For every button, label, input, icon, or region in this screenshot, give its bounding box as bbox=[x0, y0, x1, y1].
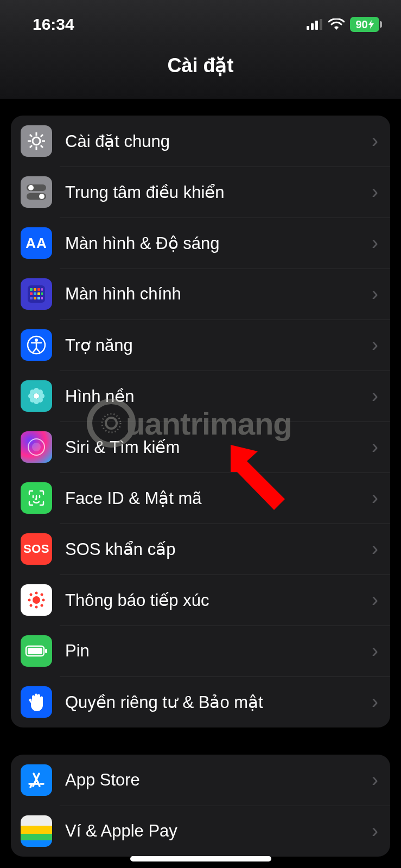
row-label: Pin bbox=[65, 641, 372, 661]
wallet-icon bbox=[21, 815, 52, 847]
row-wallpaper[interactable]: Hình nền › bbox=[11, 371, 390, 422]
chevron-right-icon: › bbox=[372, 284, 378, 304]
appgrid-icon bbox=[21, 278, 52, 310]
faceid-icon bbox=[21, 482, 52, 514]
svg-point-40 bbox=[34, 393, 39, 399]
row-emergency-sos[interactable]: SOS SOS khẩn cấp › bbox=[11, 524, 390, 575]
row-label: Trợ năng bbox=[65, 335, 372, 355]
chevron-right-icon: › bbox=[372, 182, 378, 202]
exposure-icon bbox=[21, 584, 52, 616]
svg-rect-24 bbox=[37, 292, 40, 295]
svg-point-52 bbox=[30, 604, 33, 607]
row-privacy-security[interactable]: Quyền riêng tư & Bảo mật › bbox=[11, 676, 390, 727]
settings-group-store: App Store › Ví & Apple Pay › bbox=[11, 755, 390, 857]
svg-point-14 bbox=[28, 185, 34, 190]
svg-rect-26 bbox=[30, 297, 33, 299]
row-exposure-notifications[interactable]: Thông báo tiếp xúc › bbox=[11, 575, 390, 626]
svg-rect-55 bbox=[28, 648, 42, 654]
svg-line-11 bbox=[41, 135, 43, 137]
svg-rect-27 bbox=[34, 297, 36, 299]
chevron-right-icon: › bbox=[372, 590, 378, 610]
settings-group-system: Cài đặt chung › Trung tâm điều khiển › A… bbox=[11, 116, 390, 727]
wifi-icon bbox=[328, 18, 345, 30]
flower-icon bbox=[21, 380, 52, 412]
row-home-screen[interactable]: Màn hình chính › bbox=[11, 269, 390, 320]
cellular-icon bbox=[307, 19, 323, 30]
svg-point-47 bbox=[35, 606, 38, 609]
row-general[interactable]: Cài đặt chung › bbox=[11, 116, 390, 167]
chevron-right-icon: › bbox=[372, 692, 378, 712]
appstore-icon bbox=[21, 764, 52, 796]
hand-icon bbox=[21, 686, 52, 718]
battery-indicator: 90 bbox=[350, 17, 379, 32]
page-title: Cài đặt bbox=[0, 54, 401, 77]
row-label: SOS khẩn cấp bbox=[65, 539, 372, 559]
row-wallet-apple-pay[interactable]: Ví & Apple Pay › bbox=[11, 806, 390, 857]
row-label: App Store bbox=[65, 770, 372, 790]
svg-point-4 bbox=[33, 137, 40, 145]
svg-rect-23 bbox=[34, 292, 36, 295]
svg-rect-3 bbox=[320, 19, 322, 30]
svg-point-45 bbox=[33, 596, 40, 604]
chevron-right-icon: › bbox=[372, 770, 378, 790]
row-app-store[interactable]: App Store › bbox=[11, 755, 390, 806]
chevron-right-icon: › bbox=[372, 641, 378, 661]
chevron-right-icon: › bbox=[372, 488, 378, 508]
row-label: Ví & Apple Pay bbox=[65, 821, 372, 841]
row-accessibility[interactable]: Trợ năng › bbox=[11, 320, 390, 371]
toggles-icon bbox=[21, 176, 52, 208]
battery-percent: 90 bbox=[355, 18, 367, 31]
svg-rect-25 bbox=[41, 292, 43, 295]
status-indicators: 90 bbox=[307, 17, 379, 32]
settings-list[interactable]: Cài đặt chung › Trung tâm điều khiển › A… bbox=[0, 99, 401, 857]
row-label: Thông báo tiếp xúc bbox=[65, 590, 372, 610]
siri-icon bbox=[21, 431, 52, 463]
status-bar: 16:34 90 bbox=[0, 0, 401, 38]
svg-rect-21 bbox=[41, 288, 43, 291]
svg-point-53 bbox=[41, 604, 43, 607]
row-label: Cài đặt chung bbox=[65, 131, 372, 151]
row-label: Trung tâm điều khiển bbox=[65, 182, 372, 202]
svg-point-51 bbox=[41, 593, 43, 596]
chevron-right-icon: › bbox=[372, 233, 378, 253]
home-indicator[interactable] bbox=[130, 856, 271, 861]
svg-point-42 bbox=[32, 443, 41, 451]
svg-rect-0 bbox=[307, 26, 309, 30]
row-display-brightness[interactable]: AA Màn hình & Độ sáng › bbox=[11, 218, 390, 269]
row-siri-search[interactable]: Siri & Tìm kiếm › bbox=[11, 422, 390, 473]
svg-rect-28 bbox=[37, 297, 40, 299]
svg-point-31 bbox=[35, 339, 38, 342]
chevron-right-icon: › bbox=[372, 539, 378, 559]
chevron-right-icon: › bbox=[372, 131, 378, 151]
gear-icon bbox=[21, 125, 52, 157]
chevron-right-icon: › bbox=[372, 386, 378, 406]
svg-line-12 bbox=[30, 145, 32, 148]
svg-rect-2 bbox=[315, 21, 318, 30]
accessibility-icon bbox=[21, 329, 52, 361]
row-label: Siri & Tìm kiếm bbox=[65, 437, 372, 457]
svg-point-16 bbox=[39, 194, 44, 199]
row-label: Face ID & Mật mã bbox=[65, 488, 372, 508]
svg-rect-20 bbox=[37, 288, 40, 291]
svg-point-49 bbox=[42, 599, 45, 602]
svg-rect-22 bbox=[30, 292, 33, 295]
chevron-right-icon: › bbox=[372, 821, 378, 841]
chevron-right-icon: › bbox=[372, 335, 378, 355]
status-time: 16:34 bbox=[33, 15, 74, 34]
row-label: Quyền riêng tư & Bảo mật bbox=[65, 692, 372, 712]
row-label: Hình nền bbox=[65, 386, 372, 406]
textsize-icon: AA bbox=[21, 227, 52, 259]
sos-icon: SOS bbox=[21, 533, 52, 565]
svg-rect-18 bbox=[30, 288, 33, 291]
svg-rect-56 bbox=[45, 649, 47, 653]
svg-point-46 bbox=[35, 592, 38, 595]
battery-icon bbox=[21, 635, 52, 667]
navigation-header: Cài đặt bbox=[0, 38, 401, 99]
row-battery[interactable]: Pin › bbox=[11, 626, 390, 676]
svg-point-50 bbox=[30, 593, 33, 596]
svg-line-9 bbox=[30, 135, 32, 137]
svg-point-48 bbox=[28, 599, 31, 602]
row-faceid-passcode[interactable]: Face ID & Mật mã › bbox=[11, 473, 390, 524]
row-control-center[interactable]: Trung tâm điều khiển › bbox=[11, 167, 390, 218]
svg-line-61 bbox=[30, 785, 31, 787]
